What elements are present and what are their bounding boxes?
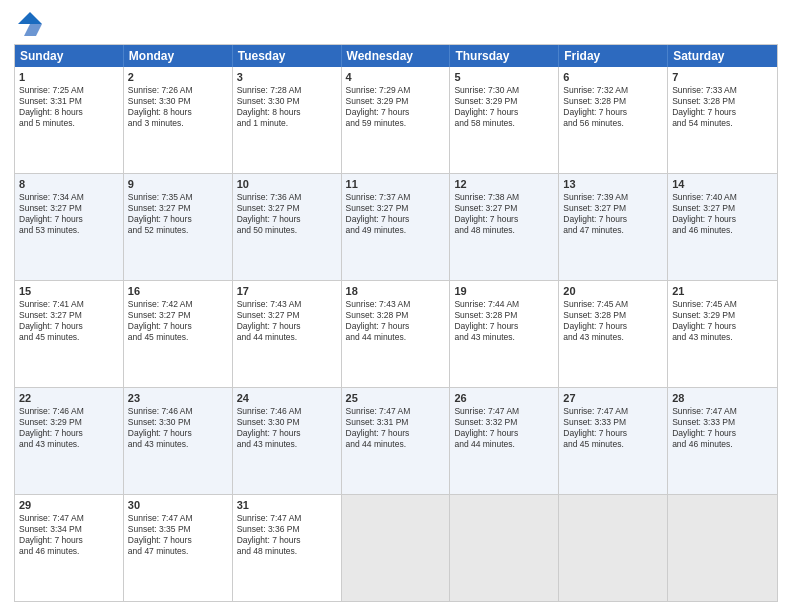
day-number: 16 (128, 284, 228, 298)
day-info-line: Daylight: 8 hours (128, 107, 228, 118)
day-info-line: Sunset: 3:29 PM (672, 310, 773, 321)
day-cell-31: 31Sunrise: 7:47 AMSunset: 3:36 PMDayligh… (233, 495, 342, 601)
day-number: 10 (237, 177, 337, 191)
day-info-line: Daylight: 7 hours (237, 214, 337, 225)
day-number: 20 (563, 284, 663, 298)
day-info-line: Daylight: 7 hours (454, 214, 554, 225)
day-info-line: Sunset: 3:32 PM (454, 417, 554, 428)
day-info-line: Daylight: 7 hours (128, 428, 228, 439)
calendar: SundayMondayTuesdayWednesdayThursdayFrid… (14, 44, 778, 602)
day-info-line: and 44 minutes. (346, 332, 446, 343)
day-info-line: and 48 minutes. (237, 546, 337, 557)
day-info-line: Sunset: 3:31 PM (19, 96, 119, 107)
day-info-line: and 1 minute. (237, 118, 337, 129)
day-info-line: Sunset: 3:27 PM (237, 203, 337, 214)
day-number: 9 (128, 177, 228, 191)
week-row-3: 15Sunrise: 7:41 AMSunset: 3:27 PMDayligh… (15, 281, 777, 388)
header-day-saturday: Saturday (668, 45, 777, 67)
day-info-line: Sunrise: 7:45 AM (563, 299, 663, 310)
day-info-line: Sunset: 3:28 PM (563, 96, 663, 107)
day-info-line: Sunrise: 7:28 AM (237, 85, 337, 96)
day-info-line: and 44 minutes. (346, 439, 446, 450)
day-number: 21 (672, 284, 773, 298)
day-info-line: and 3 minutes. (128, 118, 228, 129)
day-info-line: Daylight: 7 hours (128, 214, 228, 225)
day-cell-18: 18Sunrise: 7:43 AMSunset: 3:28 PMDayligh… (342, 281, 451, 387)
day-info-line: and 52 minutes. (128, 225, 228, 236)
day-number: 31 (237, 498, 337, 512)
day-cell-23: 23Sunrise: 7:46 AMSunset: 3:30 PMDayligh… (124, 388, 233, 494)
day-info-line: Sunset: 3:27 PM (346, 203, 446, 214)
day-info-line: Sunset: 3:29 PM (346, 96, 446, 107)
day-info-line: Sunset: 3:29 PM (454, 96, 554, 107)
day-cell-20: 20Sunrise: 7:45 AMSunset: 3:28 PMDayligh… (559, 281, 668, 387)
day-info-line: and 46 minutes. (672, 439, 773, 450)
day-cell-8: 8Sunrise: 7:34 AMSunset: 3:27 PMDaylight… (15, 174, 124, 280)
day-number: 17 (237, 284, 337, 298)
day-info-line: Sunset: 3:30 PM (237, 96, 337, 107)
day-info-line: Sunrise: 7:33 AM (672, 85, 773, 96)
day-cell-21: 21Sunrise: 7:45 AMSunset: 3:29 PMDayligh… (668, 281, 777, 387)
day-info-line: and 45 minutes. (563, 439, 663, 450)
day-info-line: Sunrise: 7:43 AM (237, 299, 337, 310)
day-info-line: and 46 minutes. (672, 225, 773, 236)
day-info-line: Sunset: 3:33 PM (672, 417, 773, 428)
day-number: 7 (672, 70, 773, 84)
day-info-line: Daylight: 7 hours (672, 107, 773, 118)
day-info-line: and 54 minutes. (672, 118, 773, 129)
day-number: 24 (237, 391, 337, 405)
day-cell-15: 15Sunrise: 7:41 AMSunset: 3:27 PMDayligh… (15, 281, 124, 387)
day-cell-5: 5Sunrise: 7:30 AMSunset: 3:29 PMDaylight… (450, 67, 559, 173)
day-info-line: Sunrise: 7:47 AM (19, 513, 119, 524)
day-cell-24: 24Sunrise: 7:46 AMSunset: 3:30 PMDayligh… (233, 388, 342, 494)
day-info-line: and 56 minutes. (563, 118, 663, 129)
day-info-line: Sunset: 3:29 PM (19, 417, 119, 428)
day-info-line: Sunrise: 7:30 AM (454, 85, 554, 96)
header-day-sunday: Sunday (15, 45, 124, 67)
day-info-line: Sunrise: 7:37 AM (346, 192, 446, 203)
day-info-line: and 43 minutes. (237, 439, 337, 450)
day-info-line: Sunrise: 7:26 AM (128, 85, 228, 96)
day-cell-27: 27Sunrise: 7:47 AMSunset: 3:33 PMDayligh… (559, 388, 668, 494)
day-info-line: and 5 minutes. (19, 118, 119, 129)
logo-icon (16, 10, 44, 38)
day-info-line: and 43 minutes. (563, 332, 663, 343)
day-number: 6 (563, 70, 663, 84)
header-day-wednesday: Wednesday (342, 45, 451, 67)
day-info-line: Daylight: 7 hours (454, 107, 554, 118)
day-number: 4 (346, 70, 446, 84)
day-cell-2: 2Sunrise: 7:26 AMSunset: 3:30 PMDaylight… (124, 67, 233, 173)
day-info-line: Sunset: 3:31 PM (346, 417, 446, 428)
day-info-line: Sunrise: 7:36 AM (237, 192, 337, 203)
day-info-line: Sunrise: 7:46 AM (128, 406, 228, 417)
day-info-line: Daylight: 7 hours (454, 321, 554, 332)
day-info-line: Sunrise: 7:47 AM (672, 406, 773, 417)
header-day-friday: Friday (559, 45, 668, 67)
day-info-line: Daylight: 8 hours (19, 107, 119, 118)
day-cell-14: 14Sunrise: 7:40 AMSunset: 3:27 PMDayligh… (668, 174, 777, 280)
day-info-line: Daylight: 7 hours (128, 535, 228, 546)
day-info-line: and 44 minutes. (237, 332, 337, 343)
day-info-line: Sunrise: 7:34 AM (19, 192, 119, 203)
day-info-line: and 47 minutes. (128, 546, 228, 557)
day-info-line: Daylight: 7 hours (19, 428, 119, 439)
day-info-line: Sunrise: 7:46 AM (19, 406, 119, 417)
empty-cell (668, 495, 777, 601)
day-info-line: Sunrise: 7:35 AM (128, 192, 228, 203)
day-number: 3 (237, 70, 337, 84)
day-info-line: Sunset: 3:36 PM (237, 524, 337, 535)
day-cell-10: 10Sunrise: 7:36 AMSunset: 3:27 PMDayligh… (233, 174, 342, 280)
day-info-line: Daylight: 7 hours (563, 214, 663, 225)
day-info-line: Daylight: 7 hours (19, 535, 119, 546)
day-cell-26: 26Sunrise: 7:47 AMSunset: 3:32 PMDayligh… (450, 388, 559, 494)
day-info-line: Sunset: 3:27 PM (128, 203, 228, 214)
day-number: 5 (454, 70, 554, 84)
day-info-line: Sunset: 3:30 PM (237, 417, 337, 428)
logo-area (14, 10, 44, 38)
day-number: 14 (672, 177, 773, 191)
calendar-page: SundayMondayTuesdayWednesdayThursdayFrid… (0, 0, 792, 612)
day-info-line: and 45 minutes. (19, 332, 119, 343)
day-info-line: Daylight: 7 hours (563, 428, 663, 439)
day-cell-28: 28Sunrise: 7:47 AMSunset: 3:33 PMDayligh… (668, 388, 777, 494)
day-cell-11: 11Sunrise: 7:37 AMSunset: 3:27 PMDayligh… (342, 174, 451, 280)
